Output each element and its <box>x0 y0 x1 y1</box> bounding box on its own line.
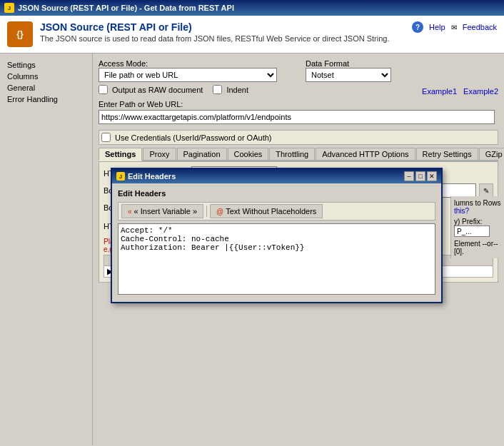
dialog-title-bar: J Edit Headers – □ ✕ <box>112 169 441 183</box>
placeholder-icon: @ <box>216 208 223 216</box>
dialog-toolbar: « « Insert Variable » @ Text Without Pla… <box>118 202 435 221</box>
window-title: JSON Source (REST API or File) - Get Dat… <box>18 4 234 12</box>
edit-headers-dialog: J Edit Headers – □ ✕ Edit Headers « « In… <box>111 168 443 303</box>
dialog-overlay: J Edit Headers – □ ✕ Edit Headers « « In… <box>0 54 504 445</box>
text-without-placeholders-label: Text Without Placeholders <box>226 207 316 216</box>
variable-icon: « <box>128 208 132 216</box>
header-logo: {} <box>7 21 33 47</box>
dialog-controls: – □ ✕ <box>404 171 437 181</box>
header-title: JSON Source (REST API or File) <box>40 21 412 33</box>
dialog-close-button[interactable]: ✕ <box>427 171 437 181</box>
dialog-title: Edit Headers <box>128 172 176 181</box>
dialog-content: Edit Headers « « Insert Variable » @ Tex… <box>112 183 441 302</box>
header-links: ? Help ✉ Feedback <box>412 21 497 33</box>
dialog-label: Edit Headers <box>118 189 435 198</box>
text-without-placeholders-button[interactable]: @ Text Without Placeholders <box>210 204 323 218</box>
header-text: JSON Source (REST API or File) The JSON … <box>40 21 412 43</box>
feedback-link[interactable]: Feedback <box>463 23 497 31</box>
help-icon: ? <box>412 21 423 33</box>
title-bar: J JSON Source (REST API or File) - Get D… <box>0 0 504 16</box>
email-icon: ✉ <box>451 24 457 31</box>
header-area: {} JSON Source (REST API or File) The JS… <box>0 16 504 54</box>
dialog-minimize-button[interactable]: – <box>404 171 414 181</box>
dialog-icon: J <box>116 172 125 181</box>
dialog-maximize-button[interactable]: □ <box>415 171 425 181</box>
app-icon: J <box>4 3 14 13</box>
help-link[interactable]: Help <box>429 23 445 31</box>
header-desc: The JSON source is used to read data fro… <box>40 34 412 43</box>
main-area: Settings Columns General Error Handling … <box>0 54 504 445</box>
svg-text:{}: {} <box>16 29 24 39</box>
toolbar-separator <box>206 206 207 217</box>
insert-variable-button[interactable]: « « Insert Variable » <box>121 204 203 218</box>
headers-textarea[interactable] <box>118 223 435 295</box>
insert-variable-label: « Insert Variable » <box>134 207 197 216</box>
